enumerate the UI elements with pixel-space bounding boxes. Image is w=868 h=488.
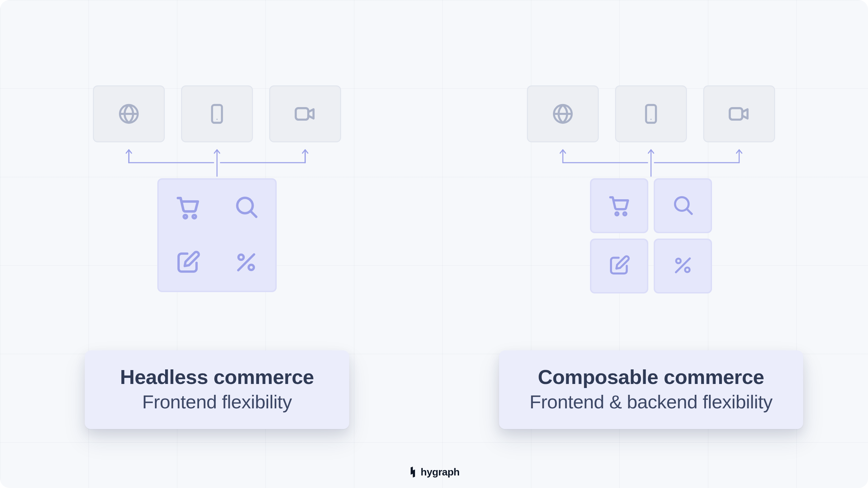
backend-composable-grid: [590, 178, 712, 293]
search-icon: [232, 192, 260, 222]
percent-icon: [671, 253, 695, 279]
channel-video: [703, 85, 775, 142]
cart-icon: [173, 192, 203, 223]
globe-icon: [117, 102, 141, 126]
connector-arrows: [559, 142, 743, 178]
percent-icon: [233, 249, 260, 277]
channel-web: [527, 85, 599, 142]
edit-icon: [607, 253, 631, 279]
backend-cell-percent: [654, 239, 712, 293]
mobile-icon: [639, 102, 663, 126]
channel-video: [269, 85, 341, 142]
globe-icon: [551, 102, 575, 126]
mobile-icon: [205, 102, 229, 126]
backend-cell-search: [654, 178, 712, 233]
brand-footer: hygraph: [409, 466, 460, 478]
edit-icon: [174, 248, 202, 278]
label-title: Headless commerce: [115, 365, 319, 389]
label-subtitle: Frontend & backend flexibility: [530, 391, 773, 413]
label-subtitle: Frontend flexibility: [115, 391, 319, 413]
brand-name: hygraph: [421, 466, 460, 478]
connector-arrows: [125, 142, 309, 178]
label-card-headless: Headless commerce Frontend flexibility: [85, 350, 349, 429]
channel-row: [93, 85, 341, 142]
hygraph-logo-icon: [409, 467, 417, 477]
column-composable: Composable commerce Frontend & backend f…: [434, 0, 868, 488]
channel-mobile: [615, 85, 687, 142]
backend-monolith: [157, 178, 277, 292]
video-icon: [727, 101, 752, 126]
video-icon: [293, 101, 318, 126]
label-card-composable: Composable commerce Frontend & backend f…: [499, 350, 803, 429]
channel-row: [527, 85, 775, 142]
search-icon: [670, 192, 695, 219]
channel-web: [93, 85, 165, 142]
backend-cell-edit: [590, 239, 648, 293]
column-headless: Headless commerce Frontend flexibility: [0, 0, 434, 488]
diagram-canvas: Headless commerce Frontend flexibility: [0, 0, 868, 488]
cart-icon: [606, 192, 632, 220]
backend-cell-cart: [590, 178, 648, 233]
channel-mobile: [181, 85, 253, 142]
label-title: Composable commerce: [530, 365, 773, 389]
